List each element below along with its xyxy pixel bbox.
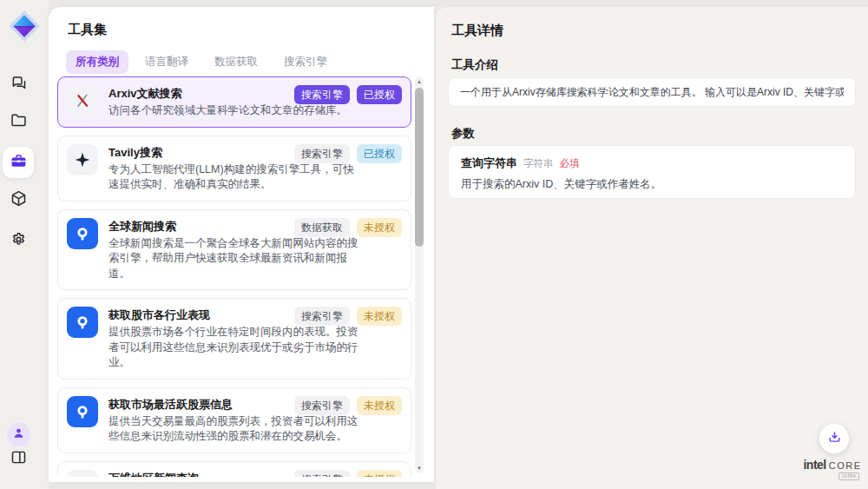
auth-status-badge: 未授权	[357, 218, 402, 237]
scrollbar-thumb[interactable]	[415, 88, 424, 247]
download-button[interactable]	[819, 424, 849, 453]
list-scrollbar[interactable]: ▲ ▼	[415, 76, 424, 473]
tab-1[interactable]: 语言翻译	[135, 50, 198, 74]
tool-card[interactable]: 获取市场最活跃股票信息 提供当天交易量最高的股票列表，投资者可以利用这些信息来识…	[57, 387, 411, 453]
tool-card[interactable]: 万维地区新闻查询 查询具体行政区划内的新闻，快速了解各地新闻动 搜索引擎 未授权	[57, 461, 411, 478]
intro-heading: 工具介绍	[451, 57, 498, 73]
gear-icon	[10, 230, 28, 252]
sidebar-item-plugins[interactable]	[3, 184, 34, 215]
intro-card: 一个用于从Arxiv存储库搜索科学论文和文章的工具。 输入可以是Arxiv ID…	[448, 77, 856, 107]
param-description: 用于搜索的Arxiv ID、关键字或作者姓名。	[461, 177, 843, 192]
q-search-icon	[67, 218, 98, 249]
app-window: 工具集 所有类别语言翻译数据获取搜索引擎 Arxiv文献搜索 访问各个研究领域大…	[0, 0, 868, 489]
sidebar-item-collapse[interactable]	[3, 443, 34, 474]
category-badge: 搜索引擎	[294, 85, 350, 104]
tool-description: 访问各个研究领域大量科学论文和文章的存储库。	[108, 103, 347, 119]
page-title: 工具集	[68, 22, 107, 38]
sidebar-item-settings[interactable]	[3, 225, 34, 256]
intro-text: 一个用于从Arxiv存储库搜索科学论文和文章的工具。 输入可以是Arxiv ID…	[460, 85, 844, 100]
chat-icon	[10, 73, 28, 95]
arxiv-x-icon	[67, 85, 98, 116]
auth-status-badge: 未授权	[357, 470, 402, 478]
sidebar-item-chat[interactable]	[3, 68, 34, 99]
toolbox-icon	[10, 152, 28, 174]
tool-list: Arxiv文献搜索 访问各个研究领域大量科学论文和文章的存储库。 搜索引擎 已授…	[57, 76, 411, 477]
auth-status-badge: 已授权	[357, 85, 402, 104]
user-avatar-icon	[11, 426, 26, 444]
cube-icon	[10, 189, 28, 211]
ultra-badge: ultra	[838, 472, 859, 480]
param-required-badge: 必填	[560, 157, 580, 170]
category-badge: 数据获取	[294, 218, 350, 237]
tavily-star-icon	[67, 144, 98, 175]
param-name: 查询字符串	[461, 155, 517, 171]
auth-status-badge: 未授权	[357, 307, 402, 326]
tool-card[interactable]: 获取股市各行业表现 提供股票市场各个行业在特定时间段内的表现。投资者可以利用这些…	[57, 298, 411, 380]
category-badge: 搜索引擎	[294, 307, 350, 326]
sidebar-item-toolbox[interactable]	[3, 147, 34, 178]
tool-card[interactable]: Arxiv文献搜索 访问各个研究领域大量科学论文和文章的存储库。 搜索引擎 已授…	[57, 76, 411, 128]
tool-card[interactable]: 全球新闻搜索 全球新闻搜索是一个聚合全球各大新闻网站内容的搜索引擎，帮助用户快速…	[57, 209, 411, 291]
scroll-up-icon[interactable]: ▲	[415, 79, 424, 84]
tool-detail-panel: 工具详情 工具介绍 一个用于从Arxiv存储库搜索科学论文和文章的工具。 输入可…	[436, 7, 868, 489]
newspaper-icon	[67, 470, 98, 478]
tab-3[interactable]: 搜索引擎	[274, 50, 337, 74]
category-badge: 搜索引擎	[294, 144, 350, 163]
scroll-down-icon[interactable]: ▼	[415, 466, 424, 471]
tool-description: 全球新闻搜索是一个聚合全球各大新闻网站内容的搜索引擎，帮助用户快速获取全球最新资…	[108, 236, 362, 282]
tool-card[interactable]: Tavily搜索 专为人工智能代理(LLM)构建的搜索引擎工具，可快速提供实时、…	[57, 135, 411, 202]
q-search-icon	[67, 307, 98, 338]
params-heading: 参数	[451, 126, 475, 142]
app-logo	[8, 10, 41, 43]
tool-description: 提供股票市场各个行业在特定时间段内的表现。投资者可以利用这些信息来识别表现优于或…	[108, 325, 362, 371]
tool-description: 专为人工智能代理(LLM)构建的搜索引擎工具，可快速提供实时、准确和真实的结果。	[108, 162, 362, 193]
auth-status-badge: 未授权	[357, 396, 402, 415]
q-search-icon	[67, 396, 98, 427]
download-icon	[827, 430, 842, 448]
detail-title: 工具详情	[451, 23, 503, 39]
folder-icon	[10, 111, 28, 133]
category-badge: 搜索引擎	[294, 470, 350, 478]
category-tabs: 所有类别语言翻译数据获取搜索引擎	[66, 50, 337, 74]
sidebar-item-files[interactable]	[3, 106, 34, 137]
auth-status-badge: 已授权	[357, 144, 402, 163]
tool-description: 提供当天交易量最高的股票列表，投资者可以利用这些信息来识别流动性强的股票和潜在的…	[108, 414, 362, 445]
category-badge: 搜索引擎	[294, 396, 350, 415]
intel-core-logo: intel core ultra	[804, 458, 861, 480]
core-wordmark: core	[829, 460, 862, 471]
tool-list-panel: 工具集 所有类别语言翻译数据获取搜索引擎 Arxiv文献搜索 访问各个研究领域大…	[49, 7, 434, 482]
param-type: 字符串	[523, 157, 554, 170]
app-sidebar	[0, 0, 49, 489]
intel-wordmark: intel	[803, 458, 825, 472]
tab-2[interactable]: 数据获取	[205, 50, 267, 74]
layout-columns-icon	[10, 448, 28, 470]
tab-0[interactable]: 所有类别	[66, 50, 128, 74]
param-card: 查询字符串 字符串 必填 用于搜索的Arxiv ID、关键字或作者姓名。	[448, 145, 856, 199]
